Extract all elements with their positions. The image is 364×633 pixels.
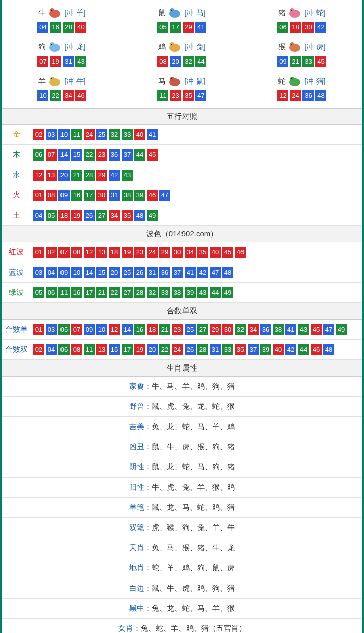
number-chip: 01 (33, 190, 44, 201)
number-chip: 44 (298, 344, 309, 355)
number-chip: 06 (33, 149, 44, 161)
number-chip: 31 (63, 56, 74, 67)
number-chip: 03 (46, 129, 57, 140)
number-chip: 37 (122, 149, 133, 161)
number-chip: 02 (46, 247, 57, 258)
zodiac-cell: 蛇 [冲 猪] 12243648 (242, 71, 362, 106)
number-chip: 25 (96, 129, 107, 140)
zodiac-name: 猪 (278, 8, 286, 18)
svg-point-16 (290, 42, 295, 47)
number-chip: 36 (159, 267, 170, 278)
attr-row: 阳性：牛、虎、兔、羊、猴、鸡 (2, 478, 362, 498)
section-header-heshu: 合数单双 (2, 303, 362, 320)
section-header-wuxing: 五行对照 (2, 108, 362, 125)
number-chip: 35 (197, 247, 208, 258)
row-numbers: 0102070812131819232429303435404546 (30, 242, 362, 262)
zodiac-name: 猴 (278, 42, 286, 52)
attr-label: 女肖 (118, 624, 133, 632)
number-chip: 02 (33, 344, 44, 355)
number-chip: 15 (71, 149, 82, 161)
zodiac-numbers: 08203244 (122, 56, 242, 67)
attr-row: 阴性：鼠、龙、蛇、马、狗、猪 (2, 457, 362, 478)
number-chip: 41 (285, 324, 296, 335)
zodiac-cell: 狗 [冲 龙] 07193143 (2, 37, 122, 71)
svg-point-11 (51, 44, 52, 45)
number-chip: 40 (134, 129, 145, 140)
number-chip: 45 (147, 149, 158, 161)
number-chip: 39 (260, 344, 271, 355)
number-chip: 14 (122, 324, 133, 335)
number-chip: 08 (71, 344, 82, 355)
zodiac-cell: 猴 [冲 虎] 09213345 (242, 37, 362, 71)
number-chip: 44 (195, 56, 206, 67)
zodiac-clash: [冲 龙] (64, 42, 86, 52)
attr-value: ：鼠、虎、兔、龙、蛇、猴 (144, 402, 235, 410)
row-label: 合数双 (2, 340, 30, 359)
number-chip: 37 (248, 344, 259, 355)
row-numbers: 0103050709101214161821232527293032343638… (30, 320, 362, 339)
wuxing-table: 金02031011242532334041木060714152223363744… (2, 125, 362, 226)
number-chip: 14 (84, 267, 95, 278)
zodiac-cell: 马 [冲 鼠] 11233547 (122, 71, 242, 106)
number-chip: 36 (260, 324, 271, 335)
number-chip: 08 (71, 247, 82, 258)
attr-label: 阳性 (129, 483, 144, 491)
number-chip: 10 (58, 129, 70, 140)
number-chip: 32 (183, 56, 194, 67)
number-chip: 21 (159, 324, 170, 335)
number-chip: 39 (134, 190, 145, 201)
row-numbers: 0108091617303138394647 (30, 185, 362, 205)
data-row: 合数单0103050709101214161821232527293032343… (2, 320, 362, 340)
number-chip: 08 (46, 190, 57, 201)
number-chip: 22 (159, 344, 170, 355)
data-row: 土04051819262734354849 (2, 205, 362, 226)
number-chip: 23 (134, 247, 145, 258)
attr-value: ：兔、龙、蛇、马、羊、鸡 (144, 422, 235, 431)
number-chip: 30 (172, 247, 183, 258)
number-chip: 22 (50, 90, 61, 101)
zodiac-grid: 牛 [冲 羊] 04162840 鼠 [冲 马] 05172941 猪 [冲 蛇… (2, 0, 362, 108)
data-row: 绿波05061116172122272832333839434449 (2, 283, 362, 303)
ox-icon (47, 7, 63, 19)
number-chip: 16 (134, 324, 145, 335)
number-chip: 22 (109, 287, 120, 298)
number-chip: 13 (96, 344, 107, 355)
svg-point-2 (51, 10, 52, 11)
number-chip: 04 (37, 22, 48, 33)
attr-label: 单笔 (129, 503, 144, 511)
row-numbers: 04051819262734354849 (30, 205, 362, 225)
svg-point-1 (50, 8, 55, 13)
number-chip: 04 (33, 210, 44, 221)
attr-label: 吉美 (129, 422, 144, 431)
attr-row: 野兽：鼠、虎、兔、龙、蛇、猴 (2, 397, 362, 417)
number-chip: 23 (170, 90, 181, 101)
number-chip: 33 (159, 287, 170, 298)
zodiac-name: 马 (158, 77, 166, 86)
number-chip: 12 (33, 170, 44, 181)
number-chip: 18 (58, 210, 70, 221)
number-chip: 14 (58, 149, 70, 161)
number-chip: 11 (84, 344, 95, 355)
row-numbers: 02031011242532334041 (30, 125, 362, 144)
svg-point-7 (290, 8, 295, 13)
number-chip: 28 (134, 287, 145, 298)
number-chip: 19 (71, 210, 82, 221)
row-label: 土 (2, 205, 30, 225)
zodiac-clash: [冲 兔] (184, 42, 206, 52)
number-chip: 07 (58, 247, 70, 258)
zodiac-cell: 牛 [冲 羊] 04162840 (2, 3, 122, 37)
number-chip: 45 (311, 324, 322, 335)
svg-point-26 (291, 78, 292, 79)
number-chip: 38 (273, 324, 284, 335)
number-chip: 18 (147, 324, 158, 335)
number-chip: 27 (197, 324, 208, 335)
svg-point-10 (50, 42, 55, 47)
attr-label: 野兽 (129, 402, 144, 410)
attr-row: 女肖：兔、蛇、羊、鸡、猪（五宫肖） (2, 619, 362, 633)
number-chip: 42 (109, 170, 120, 181)
number-chip: 16 (71, 287, 82, 298)
number-chip: 40 (75, 22, 86, 33)
data-row: 蓝波03040910141520252631363741424748 (2, 262, 362, 283)
attr-row: 凶丑：鼠、牛、虎、猴、狗、猪 (2, 437, 362, 457)
number-chip: 09 (58, 267, 70, 278)
